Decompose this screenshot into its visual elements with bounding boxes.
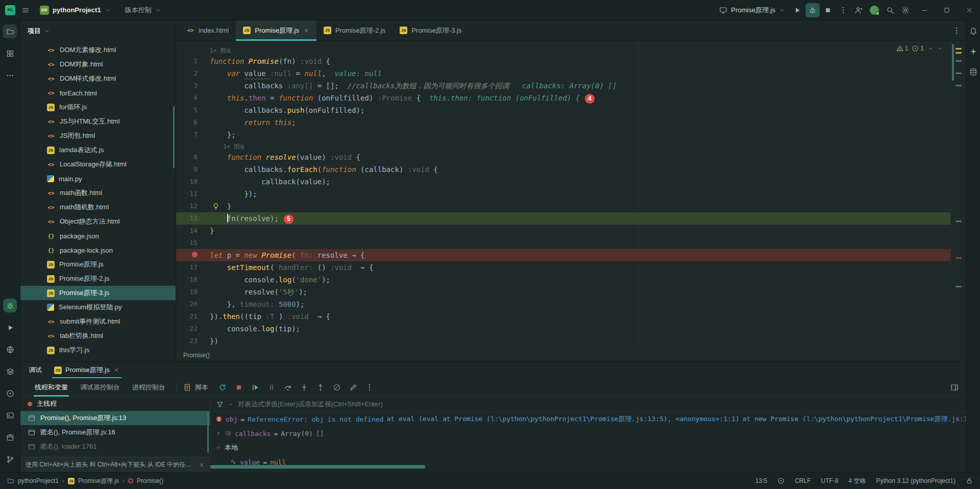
search-everywhere-button[interactable] <box>883 3 897 17</box>
status-item[interactable]: 13:5 <box>755 477 767 484</box>
editor-tab[interactable]: JSPromise原理-3.js <box>393 20 469 41</box>
stop-button[interactable] <box>232 381 246 394</box>
debug-tab-调试器控制台[interactable]: 调试器控制台 <box>74 378 126 397</box>
resume-button[interactable] <box>249 381 262 394</box>
tool-problems[interactable] <box>3 386 17 400</box>
tree-item[interactable]: <>JS闭包.html <box>20 129 176 143</box>
run-config-selector[interactable]: Promise原理.js <box>715 4 789 17</box>
caret-position-icon[interactable] <box>777 477 785 484</box>
step-over-button[interactable] <box>281 381 295 394</box>
tree-item[interactable]: JSlamda表达式.js <box>20 143 176 157</box>
main-menu-icon[interactable] <box>21 6 30 14</box>
gutter[interactable] <box>176 249 206 261</box>
tool-database[interactable] <box>968 66 979 78</box>
evaluate-expression-button[interactable] <box>347 381 360 394</box>
gutter[interactable] <box>176 141 206 151</box>
code-line-18[interactable]: 18 console.log('done'); <box>176 274 950 286</box>
status-item[interactable]: Python 3.12 (pythonProject1) <box>876 477 955 484</box>
code-line-15[interactable]: 15 <box>176 237 950 249</box>
watch-callbacks[interactable]: callbacks = Array(0) [] <box>210 426 966 441</box>
breadcrumb-symbol[interactable]: Promise() <box>183 352 210 359</box>
gutter[interactable]: 4 <box>176 92 206 104</box>
prev-issue-icon[interactable] <box>927 45 934 52</box>
stripe-mark[interactable] <box>955 286 962 287</box>
tree-item[interactable]: main.py <box>20 172 176 186</box>
code-with-me-button[interactable] <box>851 3 866 17</box>
gutter[interactable]: 2 <box>176 67 206 80</box>
tool-version-control[interactable] <box>3 452 17 466</box>
debug-tab-线程和变量[interactable]: 线程和变量 <box>29 378 74 397</box>
code-line-16[interactable]: let p = new Promise( fn: resolve ⇒ { <box>176 249 950 261</box>
tool-run[interactable] <box>3 321 17 334</box>
code-line-21[interactable]: 21}).then((tip :T ) :void ⇒ { <box>176 310 950 323</box>
inspections-widget[interactable]: 1 1 <box>893 44 946 53</box>
close-icon[interactable] <box>113 367 119 373</box>
watch-obj[interactable]: obj = ReferenceError: obj is not defined… <box>210 412 966 426</box>
close-button[interactable] <box>959 0 980 20</box>
editor-tab[interactable]: JSPromise原理-2.js <box>316 20 393 41</box>
tool-more[interactable] <box>3 68 17 82</box>
tree-item[interactable]: <>math随机数.html <box>20 200 176 214</box>
filter-icon[interactable] <box>216 401 224 408</box>
intention-bulb-icon[interactable] <box>212 202 220 210</box>
tree-item[interactable]: JSPromise原理.js <box>20 257 176 272</box>
status-item[interactable]: UTF-8 <box>821 477 839 484</box>
stripe-mark[interactable] <box>955 221 962 222</box>
code-line-5[interactable]: 5 callbacks.push(onFulfilled); <box>176 104 950 116</box>
chevron-right-icon[interactable] <box>215 430 222 436</box>
debug-session-tab[interactable]: JS Promise原理.js <box>52 362 121 378</box>
tree-item[interactable]: <>DOM元素修改.html <box>20 43 176 57</box>
status-item[interactable]: 4 空格 <box>849 477 866 485</box>
gutter[interactable]: 10 <box>176 176 206 188</box>
close-tab-icon[interactable] <box>303 28 309 34</box>
gutter[interactable]: 7 <box>176 129 206 141</box>
settings-button[interactable] <box>898 3 913 17</box>
gutter[interactable]: 12 <box>176 200 206 212</box>
pause-button[interactable] <box>265 381 278 394</box>
code-line-3[interactable]: 3 callbacks :any[] = []; //callbacks为数组，… <box>176 80 950 92</box>
code-line-7[interactable]: 7 }; <box>176 129 950 141</box>
stripe-mark[interactable] <box>955 72 962 74</box>
gutter[interactable]: 8 <box>176 151 206 163</box>
project-scrollbar[interactable] <box>173 106 175 168</box>
status-crumb-symbol[interactable]: Promise() <box>137 477 163 484</box>
gutter[interactable]: 18 <box>176 274 206 286</box>
gutter[interactable]: 23 <box>176 335 206 347</box>
stop-button[interactable] <box>821 3 835 17</box>
code-line-8[interactable]: 8 function resolve(value) :void { <box>176 151 950 163</box>
vcs-widget[interactable]: 版本控制 <box>121 4 165 17</box>
debug-panel-title[interactable]: 调试 <box>29 365 42 375</box>
project-widget[interactable]: PP pythonProject1 <box>36 4 115 17</box>
code-line-6[interactable]: 6 return this; <box>176 116 950 129</box>
tab-options-icon[interactable] <box>952 27 961 35</box>
code-line-1[interactable]: 1function Promise(fn) :void { <box>176 55 950 67</box>
gutter[interactable] <box>176 45 206 55</box>
close-icon[interactable] <box>199 462 205 468</box>
tool-commit[interactable] <box>3 46 17 60</box>
code-line-9[interactable]: 9 callbacks.forEach(function (callback) … <box>176 163 950 176</box>
code-line-19[interactable]: 19 resolve('5秒'); <box>176 286 950 298</box>
breakpoint-icon[interactable] <box>192 252 198 257</box>
code-line-14[interactable]: 14} <box>176 225 950 237</box>
rerun-button[interactable] <box>216 381 229 394</box>
code-line-11[interactable]: 11 }); <box>176 188 950 200</box>
gutter[interactable]: 11 <box>176 188 206 200</box>
tree-item[interactable]: JSfor循环.js <box>20 100 176 114</box>
more-button[interactable] <box>363 381 376 394</box>
layout-settings-icon[interactable] <box>950 383 959 392</box>
gutter[interactable]: 19 <box>176 286 206 298</box>
avatar[interactable] <box>870 6 879 15</box>
usage-inlay[interactable]: 1+ 用法 <box>176 141 950 151</box>
code-line-20[interactable]: 20 }, timeout: 5000); <box>176 298 950 310</box>
tool-python-console[interactable] <box>3 343 17 356</box>
debug-button[interactable] <box>805 3 820 17</box>
tree-item[interactable]: <>math函数.html <box>20 186 176 200</box>
maximize-button[interactable] <box>936 0 958 20</box>
step-into-button[interactable] <box>298 381 311 394</box>
stack-frame[interactable]: Promise(), Promise原理.js:13 <box>20 411 210 425</box>
tree-item[interactable]: <>Object静态方法.html <box>20 214 176 229</box>
gutter[interactable]: 22 <box>176 323 206 335</box>
project-panel-header[interactable]: 项目 <box>20 20 176 42</box>
tree-item[interactable]: <>forEach.html <box>20 86 176 100</box>
gutter[interactable]: 20 <box>176 298 206 310</box>
